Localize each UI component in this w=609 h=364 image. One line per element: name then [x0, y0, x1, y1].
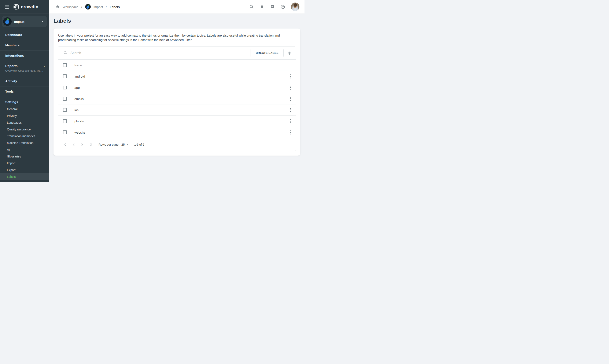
- help-icon[interactable]: [280, 4, 285, 9]
- search-icon[interactable]: [249, 4, 254, 9]
- home-icon[interactable]: [56, 5, 60, 9]
- kebab-menu-icon[interactable]: [289, 118, 292, 124]
- column-header-name: Name: [74, 64, 82, 67]
- hamburger-menu-icon[interactable]: [4, 4, 10, 10]
- trash-icon[interactable]: [287, 51, 291, 55]
- kebab-menu-icon[interactable]: [289, 130, 292, 135]
- first-page-icon[interactable]: [63, 143, 67, 146]
- table-row: ios: [58, 104, 296, 116]
- chat-icon[interactable]: [270, 4, 275, 9]
- table-row: app: [58, 82, 296, 93]
- row-checkbox[interactable]: [63, 119, 67, 123]
- bell-icon[interactable]: [260, 4, 264, 9]
- crowdin-logo[interactable]: crowdin: [13, 4, 39, 10]
- chevron-right-icon: ›: [44, 64, 45, 68]
- labels-card: Use labels in your project for an easy w…: [53, 28, 300, 156]
- search-icon: [63, 50, 67, 56]
- breadcrumb-project-avatar[interactable]: [85, 4, 91, 10]
- label-name: app: [74, 86, 80, 90]
- label-name: emails: [74, 97, 83, 101]
- table-row: website: [58, 127, 296, 138]
- prev-page-icon[interactable]: [72, 143, 76, 146]
- rows-per-page-value: 25: [121, 143, 125, 146]
- pagination-range: 1-6 of 6: [134, 143, 144, 146]
- sidebar-item-privacy[interactable]: Privacy: [0, 112, 49, 119]
- chevron-right-icon: ›: [106, 5, 107, 8]
- create-label-button[interactable]: CREATE LABEL: [251, 49, 284, 57]
- kebab-menu-icon[interactable]: [289, 74, 292, 79]
- sidebar-item-machine-translation[interactable]: Machine Translation: [0, 140, 49, 146]
- app-root: crowdin Impact Dashboard Members Integra…: [0, 0, 304, 182]
- sidebar-item-dashboard[interactable]: Dashboard: [0, 30, 49, 40]
- label-name: ios: [74, 108, 79, 112]
- sidebar: crowdin Impact Dashboard Members Integra…: [0, 0, 49, 182]
- search-toolbar: CREATE LABEL: [58, 47, 296, 60]
- page-title: Labels: [53, 18, 300, 24]
- rows-per-page-label: Rows per page:: [99, 143, 119, 146]
- sidebar-item-general[interactable]: General: [0, 106, 49, 112]
- table-row: emails: [58, 93, 296, 104]
- row-checkbox[interactable]: [63, 130, 67, 134]
- project-name: Impact: [14, 20, 24, 24]
- table-row: plurals: [58, 116, 296, 127]
- sidebar-item-tools[interactable]: Tools: [0, 86, 49, 97]
- kebab-menu-icon[interactable]: [289, 85, 292, 91]
- sidebar-item-quality-assurance[interactable]: Quality assurance: [0, 126, 49, 133]
- sidebar-item-ai[interactable]: AI: [0, 146, 49, 153]
- table-row: android: [58, 71, 296, 82]
- row-checkbox[interactable]: [63, 97, 67, 101]
- sidebar-item-integrations[interactable]: Integrations: [0, 51, 49, 61]
- project-avatar: [3, 17, 12, 26]
- row-checkbox[interactable]: [63, 86, 67, 90]
- sidebar-item-export[interactable]: Export: [0, 167, 49, 173]
- sidebar-item-import[interactable]: Import: [0, 160, 49, 167]
- breadcrumb-project[interactable]: Impact: [93, 5, 103, 9]
- sidebar-item-reports[interactable]: Reports › Overview, Cost estimate, Trans…: [0, 61, 49, 76]
- sidebar-item-languages[interactable]: Languages: [0, 119, 49, 126]
- pagination-bar: Rows per page: 25 1-6 of 6: [58, 138, 296, 151]
- sidebar-header: crowdin: [0, 0, 49, 14]
- chevron-down-icon: [41, 21, 44, 22]
- reports-subtitle: Overview, Cost estimate, Transl…: [5, 69, 44, 73]
- breadcrumb-current: Labels: [110, 5, 120, 9]
- label-name: android: [74, 75, 85, 78]
- sidebar-item-members[interactable]: Members: [0, 40, 49, 51]
- topbar: Workspace › Impact › Labels: [49, 0, 304, 14]
- label-name: website: [74, 131, 85, 134]
- kebab-menu-icon[interactable]: [289, 96, 292, 102]
- breadcrumb: Workspace › Impact › Labels: [56, 4, 120, 10]
- settings-section-heading: Settings: [0, 97, 49, 106]
- sidebar-item-labels[interactable]: Labels: [0, 173, 49, 180]
- sidebar-item-activity[interactable]: Activity: [0, 76, 49, 86]
- main-column: Workspace › Impact › Labels: [49, 0, 304, 182]
- table-header: Name: [58, 60, 296, 71]
- project-selector[interactable]: Impact: [2, 16, 47, 27]
- kebab-menu-icon[interactable]: [289, 107, 292, 113]
- chevron-right-icon: ›: [81, 5, 82, 8]
- content-area: Labels Use labels in your project for an…: [49, 14, 304, 182]
- user-avatar[interactable]: [291, 2, 299, 11]
- breadcrumb-workspace[interactable]: Workspace: [63, 5, 79, 9]
- pager-controls: [63, 143, 93, 146]
- rows-per-page-select[interactable]: 25: [121, 143, 128, 146]
- sidebar-nav: Dashboard Members Integrations Reports ›…: [0, 30, 49, 97]
- sidebar-item-translation-memories[interactable]: Translation memories: [0, 133, 49, 140]
- crowdin-logo-icon: [13, 4, 19, 10]
- labels-description: Use labels in your project for an easy w…: [58, 33, 296, 42]
- row-checkbox[interactable]: [63, 108, 67, 112]
- sidebar-item-glossaries[interactable]: Glossaries: [0, 153, 49, 160]
- next-page-icon[interactable]: [80, 143, 84, 146]
- brand-wordmark: crowdin: [21, 4, 39, 9]
- label-name: plurals: [74, 119, 84, 123]
- search-input[interactable]: [70, 51, 251, 55]
- labels-panel: CREATE LABEL Name android: [58, 46, 296, 151]
- row-checkbox[interactable]: [63, 74, 67, 78]
- topbar-actions: [249, 2, 299, 11]
- last-page-icon[interactable]: [89, 143, 93, 146]
- chevron-down-icon: [127, 144, 128, 145]
- select-all-checkbox[interactable]: [63, 63, 67, 67]
